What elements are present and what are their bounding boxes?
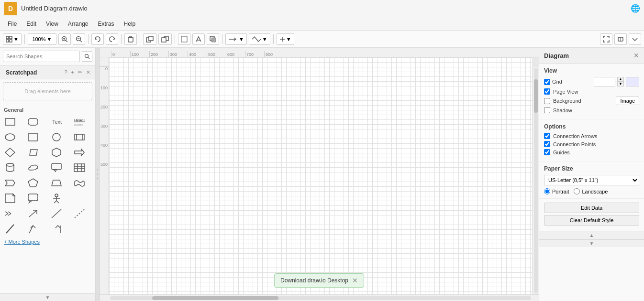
- shape-text[interactable]: Text: [48, 115, 65, 129]
- portrait-radio[interactable]: [544, 188, 550, 194]
- view-switcher-btn[interactable]: ▼: [3, 33, 22, 45]
- grid-spin-up[interactable]: ▲: [617, 77, 624, 82]
- line-color-btn[interactable]: [192, 33, 205, 45]
- right-panel-scroll-down[interactable]: ▼: [539, 239, 644, 247]
- shape-up-right-arrow[interactable]: [25, 206, 41, 221]
- shape-cloud[interactable]: [25, 161, 41, 175]
- edit-data-btn[interactable]: Edit Data: [544, 203, 639, 213]
- zoom-out-btn[interactable]: [73, 33, 85, 45]
- grid-checkbox[interactable]: [544, 79, 550, 85]
- canvas-scroll[interactable]: 0 100 200 300 400 500: [100, 57, 539, 294]
- shape-pentagon[interactable]: [25, 176, 41, 190]
- zoom-display[interactable]: 100% ▼: [28, 33, 56, 45]
- shape-square[interactable]: [25, 130, 41, 144]
- menu-arrange[interactable]: Arrange: [64, 20, 92, 28]
- svg-line-69: [5, 214, 8, 215]
- clear-style-btn[interactable]: Clear Default Style: [544, 215, 639, 226]
- shape-circle[interactable]: [48, 130, 65, 144]
- shape-empty[interactable]: [71, 191, 88, 205]
- shape-callout[interactable]: [48, 161, 65, 175]
- shape-slash[interactable]: [2, 222, 18, 236]
- shape-trapezoid[interactable]: [48, 176, 65, 190]
- panel-scroll-down[interactable]: ▼: [0, 293, 95, 301]
- shape-person[interactable]: [48, 191, 65, 205]
- h-scroll-track[interactable]: [110, 296, 531, 300]
- grid-color-picker[interactable]: [626, 77, 639, 86]
- paper-size-select[interactable]: US-Letter (8,5" x 11") A4 (210 x 297 mm)…: [544, 175, 639, 185]
- menu-help[interactable]: Help: [120, 20, 140, 28]
- v-scrollbar[interactable]: [532, 67, 539, 294]
- landscape-option[interactable]: Landscape: [574, 188, 608, 194]
- search-button[interactable]: [82, 51, 92, 62]
- shape-wave[interactable]: [71, 176, 88, 190]
- shape-double-arrow[interactable]: [2, 206, 18, 221]
- insert-btn[interactable]: ▼: [277, 33, 294, 45]
- portrait-option[interactable]: Portrait: [544, 188, 569, 194]
- shape-step[interactable]: [2, 176, 18, 190]
- h-scrollbar[interactable]: [100, 294, 539, 301]
- right-panel-scroll-up[interactable]: ▲: [539, 232, 644, 239]
- canvas-inner[interactable]: [109, 57, 532, 294]
- shape-parallelogram[interactable]: [25, 145, 41, 160]
- ruler-v-500: 500: [100, 162, 109, 182]
- v-scroll-track[interactable]: [534, 68, 538, 293]
- shape-dashed-line[interactable]: [71, 206, 88, 221]
- undo-btn[interactable]: [91, 33, 104, 45]
- menu-extras[interactable]: Extras: [94, 20, 118, 28]
- menu-file[interactable]: File: [4, 20, 21, 28]
- shape-right-arrow[interactable]: [71, 145, 88, 160]
- scratchpad-help-icon[interactable]: ?: [63, 69, 68, 75]
- svg-marker-43: [5, 148, 15, 157]
- waypoint-style-btn[interactable]: ▼: [249, 33, 270, 45]
- shape-table[interactable]: [71, 161, 88, 175]
- download-close-btn[interactable]: ✕: [352, 277, 358, 284]
- svg-rect-1: [10, 36, 12, 39]
- shape-cylinder[interactable]: [2, 161, 18, 175]
- fit-page-btn[interactable]: [614, 33, 627, 45]
- connection-points-checkbox[interactable]: [544, 141, 550, 147]
- v-scroll-thumb[interactable]: [534, 79, 538, 113]
- shape-heading[interactable]: Headingsubtitle: [71, 115, 88, 129]
- to-front-btn[interactable]: [143, 33, 156, 45]
- svg-marker-60: [5, 194, 15, 203]
- shape-speech-bubble[interactable]: [25, 191, 41, 205]
- shape-process[interactable]: [71, 130, 88, 144]
- zoom-in-btn[interactable]: [58, 33, 71, 45]
- shape-diagonal-line[interactable]: [48, 206, 65, 221]
- shape-hexagon[interactable]: [48, 145, 65, 160]
- shadow-btn[interactable]: [207, 33, 219, 45]
- search-input[interactable]: [3, 51, 80, 62]
- scratchpad-add-icon[interactable]: +: [70, 69, 75, 75]
- delete-btn[interactable]: [124, 33, 137, 45]
- menu-edit[interactable]: Edit: [22, 20, 40, 28]
- page-view-checkbox[interactable]: [544, 88, 550, 95]
- grid-value-input[interactable]: 10 pt: [594, 77, 615, 86]
- shape-rounded-rect[interactable]: [25, 115, 41, 129]
- shape-up-arrow[interactable]: [25, 222, 41, 236]
- diagram-panel-close-btn[interactable]: ✕: [633, 52, 639, 59]
- connection-arrows-checkbox[interactable]: [544, 133, 550, 139]
- shape-diamond[interactable]: [2, 145, 18, 160]
- grid-spin-down[interactable]: ▼: [617, 82, 624, 86]
- left-resize-handle[interactable]: • • •: [96, 48, 100, 301]
- to-back-btn[interactable]: [158, 33, 172, 45]
- fill-color-btn[interactable]: [178, 33, 190, 45]
- collapse-btn[interactable]: [629, 33, 641, 45]
- fullscreen-btn[interactable]: [600, 33, 612, 45]
- scratchpad-close-icon[interactable]: ✕: [85, 69, 91, 76]
- redo-btn[interactable]: [106, 33, 118, 45]
- connection-style-btn[interactable]: ▼: [225, 33, 247, 45]
- landscape-radio[interactable]: [574, 188, 580, 194]
- shape-angle-arrow[interactable]: [48, 222, 65, 236]
- more-shapes-link[interactable]: + More Shapes: [2, 237, 93, 247]
- shape-note[interactable]: [2, 191, 18, 205]
- shape-ellipse[interactable]: [2, 130, 18, 144]
- guides-checkbox[interactable]: [544, 149, 550, 155]
- background-image-btn[interactable]: Image: [616, 97, 639, 105]
- background-checkbox[interactable]: [544, 98, 550, 104]
- shadow-checkbox[interactable]: [544, 107, 550, 113]
- menu-view[interactable]: View: [42, 20, 62, 28]
- shape-rect[interactable]: [2, 115, 18, 129]
- scratchpad-edit-icon[interactable]: ✏: [77, 69, 83, 76]
- h-scroll-thumb[interactable]: [152, 296, 278, 300]
